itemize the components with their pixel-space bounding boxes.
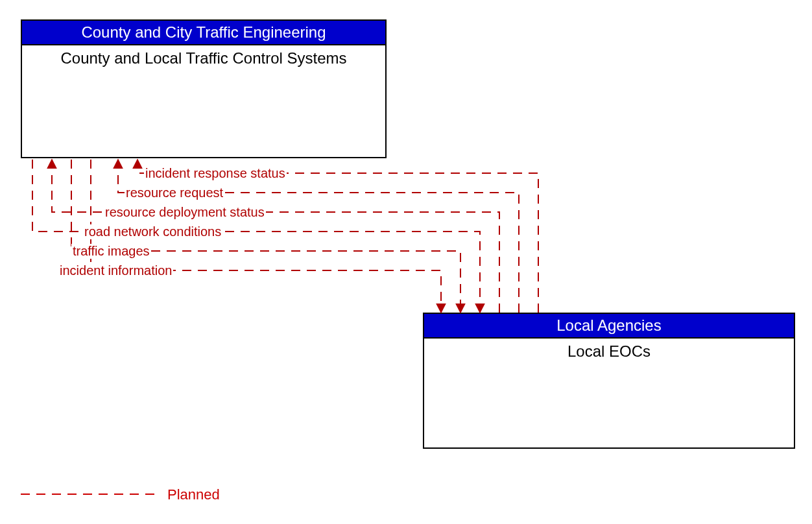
flow-label-incident-information: incident information [58,263,173,278]
flow-label-traffic-images: traffic images [71,244,151,259]
flow-label-road-network-conditions: road network conditions [83,224,222,239]
box-local-eocs-body: Local EOCs [424,339,794,364]
box-county-traffic-body: County and Local Traffic Control Systems [22,45,385,71]
flow-label-resource-deployment-status: resource deployment status [104,205,266,220]
box-county-traffic-header: County and City Traffic Engineering [22,21,385,45]
flow-label-incident-response-status: incident response status [144,166,287,181]
legend-planned-label: Planned [167,486,220,503]
box-county-traffic: County and City Traffic Engineering Coun… [21,19,387,158]
box-local-eocs: Local Agencies Local EOCs [423,313,795,449]
flow-label-resource-request: resource request [125,185,224,200]
box-local-eocs-header: Local Agencies [424,314,794,339]
